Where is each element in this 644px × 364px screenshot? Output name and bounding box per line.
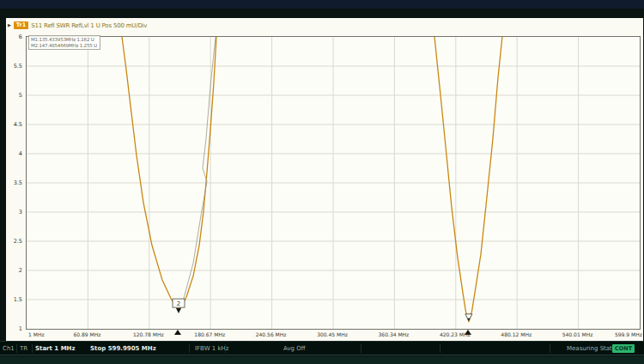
y-tick-label: 2 xyxy=(19,267,22,274)
trace-header[interactable]: ▶ Tr1 S11 Refl SWR RefLvl 1 U Pos 500 mU… xyxy=(8,21,147,30)
x-tick-label: 120.78 MHz xyxy=(133,331,164,337)
status-averaging[interactable]: Avg Off xyxy=(283,345,306,352)
marker-readout-box: M1:135.433953MHz 1.162 U M2:147.4854669M… xyxy=(28,35,100,50)
separator xyxy=(32,344,33,353)
y-axis-labels: 65.554.543.532.521.51 xyxy=(6,36,25,330)
marker-1-readout: M1:135.433953MHz 1.162 U xyxy=(31,37,98,43)
y-tick-label: 4.5 xyxy=(14,121,22,128)
x-axis-labels: 1 MHz60.89 MHz120.78 MHz180.67 MHz240.56… xyxy=(26,331,643,341)
status-trigger: TR xyxy=(20,345,27,352)
status-bar: Ch1 TR Start 1 MHz Stop 599.9905 MHz IFB… xyxy=(0,341,644,355)
separator xyxy=(16,344,17,353)
y-tick-label: 2.5 xyxy=(14,238,22,245)
trace-badge[interactable]: Tr1 xyxy=(14,21,28,29)
swr-chart[interactable]: 2 xyxy=(27,37,640,329)
trace-marker-label: 2 xyxy=(177,300,180,307)
plot-area[interactable]: 2 xyxy=(26,36,641,330)
x-tick-label: 599.9 MHz xyxy=(615,331,642,337)
separator xyxy=(189,344,190,353)
x-tick-label: 60.89 MHz xyxy=(73,331,100,337)
trace-title: S11 Refl SWR RefLvl 1 U Pos 500 mU/Div xyxy=(31,22,147,29)
x-tick-label: 300.45 MHz xyxy=(317,331,348,337)
x-tick-label: 1 MHz xyxy=(28,331,45,337)
trace-marker-dot-icon xyxy=(468,318,470,320)
x-tick-label: 480.12 MHz xyxy=(501,331,532,337)
separator xyxy=(440,344,440,353)
y-tick-label: 5 xyxy=(19,92,22,99)
marker-2-readout: M2:147.4854669MHz 1.255 U xyxy=(31,43,98,49)
s11-swr-trace xyxy=(434,37,502,322)
y-tick-label: 1.5 xyxy=(14,296,22,303)
s11-swr-trace xyxy=(122,37,216,310)
y-tick-label: 5.5 xyxy=(14,63,22,70)
status-measuring-label: Measuring State xyxy=(567,345,616,352)
window-bottom-strip xyxy=(0,356,644,364)
x-tick-label: 240.56 MHz xyxy=(256,331,287,337)
measurement-panel: ▶ Tr1 S11 Refl SWR RefLvl 1 U Pos 500 mU… xyxy=(6,18,643,341)
status-stop-frequency[interactable]: Stop 599.9905 MHz xyxy=(90,345,156,352)
x-tick-label: 180.67 MHz xyxy=(194,331,225,337)
separator xyxy=(361,344,361,353)
separator xyxy=(225,344,226,353)
separator xyxy=(550,344,550,353)
window-top-bar xyxy=(0,0,644,9)
x-tick-label: 540.01 MHz xyxy=(562,331,593,337)
x-tick-label: 360.34 MHz xyxy=(379,331,410,337)
x-tick-label: 420.23 MHz xyxy=(440,331,471,337)
status-start-frequency[interactable]: Start 1 MHz xyxy=(35,345,76,352)
status-measuring-badge[interactable]: CONT xyxy=(612,344,635,353)
y-tick-label: 6 xyxy=(19,33,22,40)
y-tick-label: 1 xyxy=(19,325,22,332)
status-ifbw[interactable]: IFBW 1 kHz xyxy=(195,345,228,352)
y-tick-label: 3 xyxy=(19,209,22,215)
active-trace-arrow-icon: ▶ xyxy=(8,21,11,29)
trace-marker-pointer-icon xyxy=(176,308,181,313)
status-channel: Ch1 xyxy=(3,345,15,352)
y-tick-label: 3.5 xyxy=(14,179,22,186)
y-tick-label: 4 xyxy=(19,150,22,157)
